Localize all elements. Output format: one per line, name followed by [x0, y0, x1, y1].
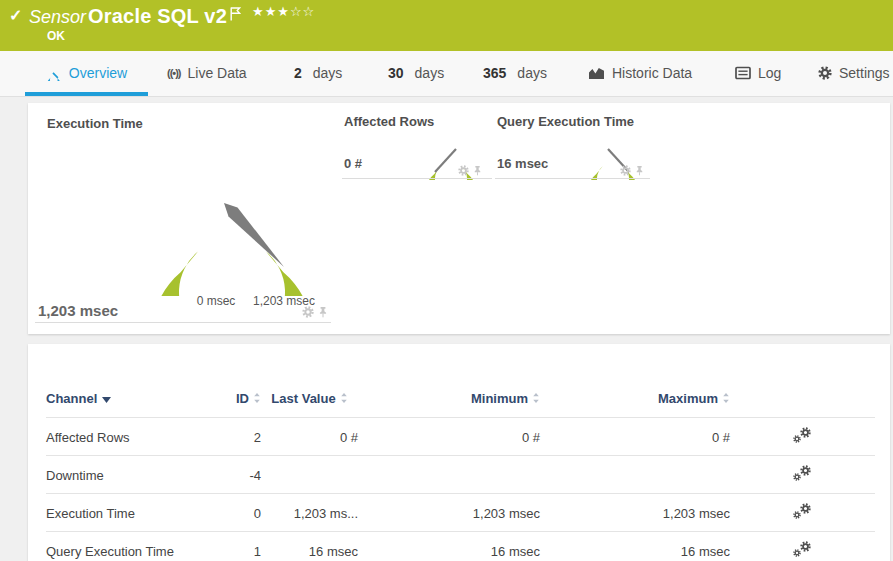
table-row: Query Execution Time 1 16 msec 16 msec 1… [46, 532, 875, 561]
channel-table: Channel ID Last Value Minimum Maximum [46, 344, 875, 561]
channel-name: Query Execution Time [46, 532, 231, 561]
channel-settings-gears-icon[interactable] [793, 465, 812, 482]
table-row: Affected Rows 2 0 # 0 # 0 # [46, 418, 875, 456]
tab-30-days-unit: days [415, 65, 445, 81]
tab-log-label: Log [758, 65, 781, 81]
channel-maximum: 0 # [540, 418, 730, 456]
tab-bar: Overview ((•)) Live Data 2 days 30 days … [0, 51, 893, 97]
tab-2-days[interactable]: 2 days [294, 51, 342, 96]
channel-last-value: 0 # [261, 418, 358, 456]
gauge-settings-gear-icon[interactable] [458, 165, 469, 176]
priority-flag-icon[interactable] [230, 7, 241, 25]
column-header-minimum-label: Minimum [471, 391, 528, 406]
sort-icon [340, 392, 348, 404]
gauge-pin-icon[interactable] [635, 165, 644, 176]
tab-overview-label: Overview [69, 65, 127, 81]
tab-historic-data[interactable]: Historic Data [588, 51, 692, 96]
sensor-header: ✓ Sensor Oracle SQL v2 ★★★☆☆ OK [0, 0, 893, 51]
channel-table-panel: Channel ID Last Value Minimum Maximum [28, 344, 890, 561]
priority-stars[interactable]: ★★★☆☆ [252, 4, 315, 19]
tab-30-days-number: 30 [388, 65, 404, 81]
channel-last-value: 1,203 ms... [261, 494, 358, 532]
gauge-pin-icon[interactable] [473, 165, 482, 176]
channel-maximum [540, 456, 730, 494]
historic-chart-icon [588, 66, 605, 80]
column-header-actions [730, 344, 875, 418]
column-header-channel[interactable]: Channel [46, 344, 231, 418]
gauge-pin-icon[interactable] [318, 306, 328, 318]
divider [342, 178, 492, 179]
tab-settings[interactable]: Settings [818, 51, 890, 96]
sort-caret-down-icon [102, 397, 111, 403]
channel-maximum: 1,203 msec [540, 494, 730, 532]
channel-settings-gears-icon[interactable] [793, 503, 812, 520]
sensor-status-badge: OK [47, 29, 65, 43]
query-time-gauge-value: 16 msec [497, 156, 548, 171]
channel-id: 2 [231, 418, 261, 456]
live-data-icon: ((•)) [167, 67, 181, 79]
gauge-tab-icon [46, 65, 62, 81]
channel-name: Downtime [46, 456, 231, 494]
affected-rows-gauge-value: 0 # [344, 156, 362, 171]
gauge-settings-gear-icon[interactable] [302, 306, 314, 318]
stars-filled[interactable]: ★★★ [252, 4, 290, 19]
tab-overview[interactable]: Overview [25, 51, 148, 96]
tab-live-data-label: Live Data [188, 65, 247, 81]
channel-settings-gears-icon[interactable] [793, 427, 812, 444]
channel-maximum: 16 msec [540, 532, 730, 561]
table-row: Downtime -4 [46, 456, 875, 494]
channel-minimum: 16 msec [358, 532, 540, 561]
channel-minimum: 1,203 msec [358, 494, 540, 532]
execution-time-gauge [147, 126, 317, 296]
gauge-settings-gear-icon[interactable] [620, 165, 631, 176]
gauge-needle [224, 203, 284, 267]
channel-last-value [261, 456, 358, 494]
channel-id: -4 [231, 456, 261, 494]
tab-30-days[interactable]: 30 days [388, 51, 444, 96]
tab-2-days-unit: days [313, 65, 343, 81]
channel-settings-gears-icon[interactable] [793, 541, 812, 558]
sensor-title: Oracle SQL v2 [88, 5, 227, 28]
column-header-maximum[interactable]: Maximum [540, 344, 730, 418]
column-header-minimum[interactable]: Minimum [358, 344, 540, 418]
divider [35, 322, 331, 323]
sensor-kind-label: Sensor [29, 7, 86, 28]
tab-log[interactable]: Log [735, 51, 781, 96]
tab-historic-data-label: Historic Data [612, 65, 692, 81]
main-gauge-title: Execution Time [47, 116, 143, 131]
tab-settings-label: Settings [839, 65, 890, 81]
tab-2-days-number: 2 [294, 65, 302, 81]
column-header-id[interactable]: ID [231, 344, 261, 418]
column-header-id-label: ID [236, 391, 249, 406]
channel-id: 1 [231, 532, 261, 561]
tab-365-days-number: 365 [483, 65, 506, 81]
stars-empty[interactable]: ☆☆ [290, 4, 315, 19]
channel-last-value: 16 msec [261, 532, 358, 561]
tab-live-data[interactable]: ((•)) Live Data [167, 51, 247, 96]
status-ok-check-icon: ✓ [9, 6, 22, 25]
gauges-panel: Execution Time 0 msec 1,203 msec 1,203 m… [28, 103, 890, 334]
main-gauge-value: 1,203 msec [38, 302, 118, 319]
log-icon [735, 66, 751, 80]
main-gauge-min-label: 0 msec [181, 294, 251, 308]
column-header-last-value-label: Last Value [271, 391, 335, 406]
channel-id: 0 [231, 494, 261, 532]
sort-icon [722, 392, 730, 404]
tab-365-days[interactable]: 365 days [483, 51, 547, 96]
channel-name: Affected Rows [46, 418, 231, 456]
gauge-needle [435, 149, 456, 172]
channel-minimum: 0 # [358, 418, 540, 456]
settings-gear-icon [818, 66, 832, 80]
column-header-maximum-label: Maximum [658, 391, 718, 406]
sort-icon [253, 392, 261, 404]
column-header-channel-label: Channel [46, 391, 97, 406]
channel-minimum [358, 456, 540, 494]
channel-name: Execution Time [46, 494, 231, 532]
divider [495, 178, 650, 179]
column-header-last-value[interactable]: Last Value [261, 344, 358, 418]
affected-rows-gauge-title: Affected Rows [344, 114, 434, 129]
tab-365-days-unit: days [517, 65, 547, 81]
sort-icon [532, 392, 540, 404]
table-row: Execution Time 0 1,203 ms... 1,203 msec … [46, 494, 875, 532]
